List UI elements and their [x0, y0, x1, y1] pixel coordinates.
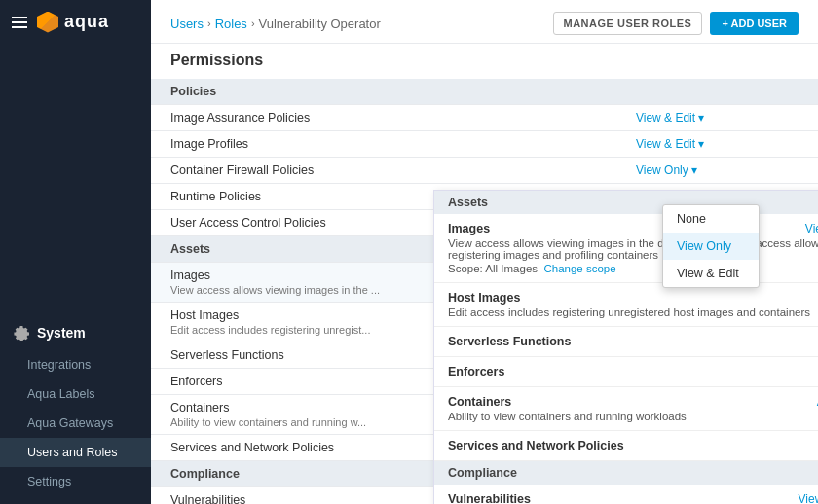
table-row: Container Firewall Policies View Only ▾: [151, 158, 818, 184]
desc-services-row: None ▾ Services and Network Policies: [434, 431, 818, 461]
table-row: Image Profiles View & Edit ▾: [151, 131, 818, 158]
dropdown-item-view-edit[interactable]: View & Edit: [663, 260, 759, 287]
sidebar-item-settings[interactable]: Settings: [0, 467, 151, 496]
dropdown-item-none[interactable]: None: [663, 205, 759, 233]
desc-compliance-header: Compliance: [434, 461, 818, 485]
images-action[interactable]: View Only ▾: [805, 222, 818, 235]
breadcrumb-actions: MANAGE USER ROLES + ADD USER: [553, 12, 799, 35]
logo: aqua: [37, 12, 109, 33]
sidebar-header: aqua: [0, 0, 151, 44]
logo-cube-icon: [37, 12, 58, 33]
system-section: System Integrations Aqua Labels Aqua Gat…: [0, 307, 151, 504]
desc-containers-row: Allowed ▾ Containers Ability to view con…: [434, 387, 818, 431]
breadcrumb-current: Vulnerability Operator: [259, 17, 381, 31]
section-header-policies: Policies: [151, 79, 818, 105]
change-scope-link[interactable]: Change scope: [543, 263, 615, 274]
desc-enforcers-row: None ▾ Enforcers: [434, 357, 818, 387]
breadcrumb: Users › Roles › Vulnerability Operator: [170, 17, 381, 31]
breadcrumb-users[interactable]: Users: [170, 17, 204, 31]
dropdown-panel: None View Only View & Edit: [662, 204, 760, 288]
vulnerabilities-action[interactable]: View & Edit ▾: [799, 492, 818, 504]
desc-host-images-row: Host Images Edit access includes registe…: [434, 283, 818, 327]
gear-icon: [14, 325, 29, 341]
page-title: Permissions: [151, 44, 818, 79]
breadcrumb-roles[interactable]: Roles: [215, 17, 247, 31]
description-overlay: Assets View Only ▾ Images View access al…: [433, 190, 818, 504]
menu-icon[interactable]: [12, 17, 27, 28]
sidebar-item-aqua-gateways[interactable]: Aqua Gateways: [0, 409, 151, 438]
main-content: Users › Roles › Vulnerability Operator M…: [151, 0, 818, 504]
content-area: Users › Roles › Vulnerability Operator M…: [151, 0, 818, 504]
sidebar-item-users-and-roles[interactable]: Users and Roles: [0, 438, 151, 467]
logo-text: aqua: [64, 12, 109, 32]
breadcrumb-bar: Users › Roles › Vulnerability Operator M…: [151, 0, 818, 44]
sidebar-item-aqua-labels[interactable]: Aqua Labels: [0, 379, 151, 409]
sidebar-item-integrations[interactable]: Integrations: [0, 350, 151, 379]
desc-vulnerabilities-row: View & Edit ▾ Vulnerabilities Edit acces…: [434, 485, 818, 504]
sidebar: aqua System Integrations Aqua Labels Aqu…: [0, 0, 151, 504]
add-user-button[interactable]: + ADD USER: [710, 12, 799, 35]
manage-user-roles-button[interactable]: MANAGE USER ROLES: [553, 12, 703, 35]
system-menu-item[interactable]: System: [0, 315, 151, 350]
desc-header: Assets: [434, 191, 818, 214]
breadcrumb-arrow-2: ›: [251, 18, 255, 29]
table-row: Image Assurance Policies View & Edit ▾: [151, 105, 818, 131]
breadcrumb-arrow-1: ›: [207, 18, 211, 29]
desc-serverless-row: Serverless Functions: [434, 327, 818, 357]
system-label: System: [37, 325, 86, 341]
dropdown-item-view-only[interactable]: View Only: [663, 233, 759, 260]
desc-images-row: View Only ▾ Images View access allows vi…: [434, 214, 818, 283]
